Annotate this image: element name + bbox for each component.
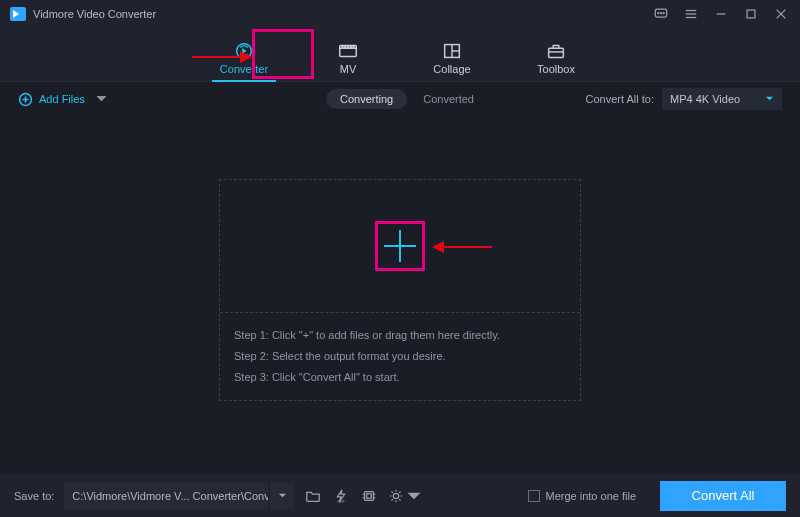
annotation-highlight-plus: [375, 221, 425, 271]
converter-icon: [233, 42, 255, 60]
svg-point-2: [660, 13, 661, 14]
chevron-down-icon: [406, 488, 422, 504]
merge-label: Merge into one file: [546, 490, 637, 502]
main-tabs: Converter MV Collage Toolbox: [0, 28, 800, 82]
svg-point-15: [342, 46, 343, 47]
tab-label: Converter: [220, 63, 268, 75]
svg-point-19: [353, 46, 354, 47]
plus-circle-icon: [18, 92, 33, 107]
svg-marker-34: [279, 494, 286, 498]
checkbox-icon: [528, 490, 540, 502]
tab-converter[interactable]: Converter: [214, 42, 274, 81]
high-speed-button[interactable]: [360, 487, 378, 505]
lightning-icon: OFF: [333, 488, 349, 504]
add-files-caret-icon[interactable]: [97, 93, 106, 105]
tab-collage[interactable]: Collage: [422, 42, 482, 81]
save-to-label: Save to:: [14, 490, 54, 502]
instruction-steps: Step 1: Click "+" to add files or drag t…: [220, 313, 580, 388]
mv-icon: [337, 42, 359, 60]
save-path-field[interactable]: C:\Vidmore\Vidmore V... Converter\Conver…: [64, 483, 268, 509]
tab-toolbox[interactable]: Toolbox: [526, 42, 586, 81]
svg-rect-23: [549, 48, 564, 57]
tab-label: Collage: [433, 63, 470, 75]
save-path-dropdown[interactable]: [270, 483, 294, 509]
tab-label: MV: [340, 63, 357, 75]
hardware-accel-button[interactable]: OFF: [332, 487, 350, 505]
step-1: Step 1: Click "+" to add files or drag t…: [234, 325, 566, 346]
svg-point-17: [347, 46, 348, 47]
gear-icon: [388, 488, 404, 504]
collage-icon: [441, 42, 463, 60]
svg-marker-44: [408, 492, 421, 498]
bottom-bar: Save to: C:\Vidmore\Vidmore V... Convert…: [0, 474, 800, 517]
app-logo-icon: [10, 7, 26, 21]
minimize-button[interactable]: [712, 5, 730, 23]
svg-marker-31: [766, 97, 773, 101]
annotation-arrow-plus: [432, 240, 492, 254]
svg-point-3: [663, 13, 664, 14]
svg-point-18: [350, 46, 351, 47]
convert-all-to-label: Convert All to:: [586, 93, 654, 105]
folder-icon: [305, 488, 321, 504]
step-3: Step 3: Click "Convert All" to start.: [234, 367, 566, 388]
add-files-label: Add Files: [39, 93, 85, 105]
output-format-dropdown[interactable]: MP4 4K Video: [662, 88, 782, 110]
main-area: Step 1: Click "+" to add files or drag t…: [0, 116, 800, 474]
svg-marker-12: [242, 48, 247, 54]
tab-label: Toolbox: [537, 63, 575, 75]
svg-point-43: [394, 493, 399, 498]
convert-all-button[interactable]: Convert All: [660, 481, 786, 511]
settings-button[interactable]: [388, 488, 422, 504]
output-format-value: MP4 4K Video: [670, 93, 740, 105]
step-2: Step 2: Select the output format you des…: [234, 346, 566, 367]
svg-marker-30: [98, 97, 105, 101]
svg-marker-32: [432, 241, 444, 253]
segment-converted[interactable]: Converted: [423, 93, 474, 105]
open-folder-button[interactable]: [304, 487, 322, 505]
drop-zone[interactable]: Step 1: Click "+" to add files or drag t…: [219, 179, 581, 401]
menu-icon[interactable]: [682, 5, 700, 23]
close-button[interactable]: [772, 5, 790, 23]
svg-rect-37: [365, 491, 374, 500]
svg-text:OFF: OFF: [338, 500, 346, 504]
svg-point-1: [658, 13, 659, 14]
merge-checkbox[interactable]: Merge into one file: [528, 490, 637, 502]
add-file-plus-icon[interactable]: [382, 228, 418, 264]
title-bar: Vidmore Video Converter: [0, 0, 800, 28]
chevron-down-icon: [765, 93, 774, 105]
svg-rect-38: [367, 493, 371, 497]
segment-converting[interactable]: Converting: [326, 89, 407, 109]
chip-icon: [361, 488, 377, 504]
svg-rect-8: [747, 10, 755, 18]
toolbox-icon: [545, 42, 567, 60]
add-files-button[interactable]: Add Files: [18, 92, 106, 107]
svg-point-16: [345, 46, 346, 47]
feedback-icon[interactable]: [652, 5, 670, 23]
tab-mv[interactable]: MV: [318, 42, 378, 81]
sub-toolbar: Add Files Converting Converted Convert A…: [0, 82, 800, 116]
maximize-button[interactable]: [742, 5, 760, 23]
app-title: Vidmore Video Converter: [33, 8, 156, 20]
